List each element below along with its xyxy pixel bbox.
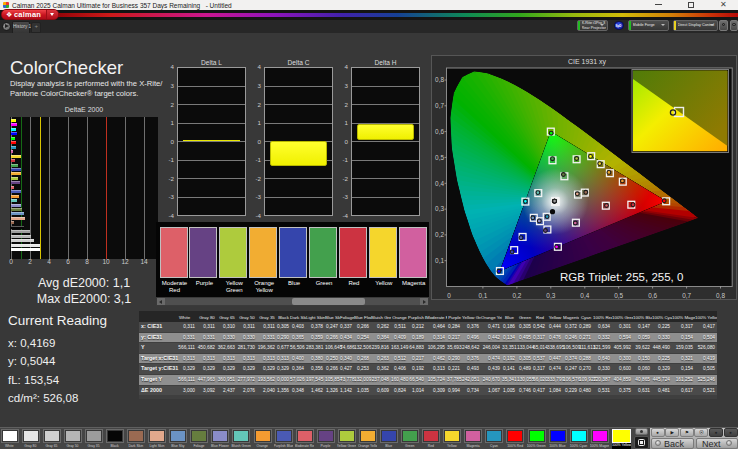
- svg-text:0,8: 0,8: [435, 76, 444, 83]
- svg-text:0,6: 0,6: [435, 128, 444, 135]
- svg-text:CIE 1931 xy: CIE 1931 xy: [568, 58, 607, 66]
- svg-text:0,3: 0,3: [435, 205, 444, 212]
- svg-text:0: 0: [447, 292, 451, 299]
- svg-text:0,8: 0,8: [716, 292, 725, 299]
- svg-text:0,7: 0,7: [682, 292, 691, 299]
- svg-text:0,1: 0,1: [478, 292, 487, 299]
- svg-text:0,5: 0,5: [435, 154, 444, 161]
- svg-text:0,7: 0,7: [435, 102, 444, 109]
- svg-text:0,1: 0,1: [435, 257, 444, 264]
- svg-text:0,2: 0,2: [512, 292, 521, 299]
- svg-text:0,5: 0,5: [614, 292, 623, 299]
- svg-text:0,4: 0,4: [435, 180, 444, 187]
- svg-text:0,4: 0,4: [580, 292, 589, 299]
- svg-text:RGB Triplet: 255, 255, 0: RGB Triplet: 255, 255, 0: [560, 271, 683, 283]
- svg-text:0,2: 0,2: [435, 231, 444, 238]
- svg-text:0,3: 0,3: [546, 292, 555, 299]
- svg-text:0,6: 0,6: [648, 292, 657, 299]
